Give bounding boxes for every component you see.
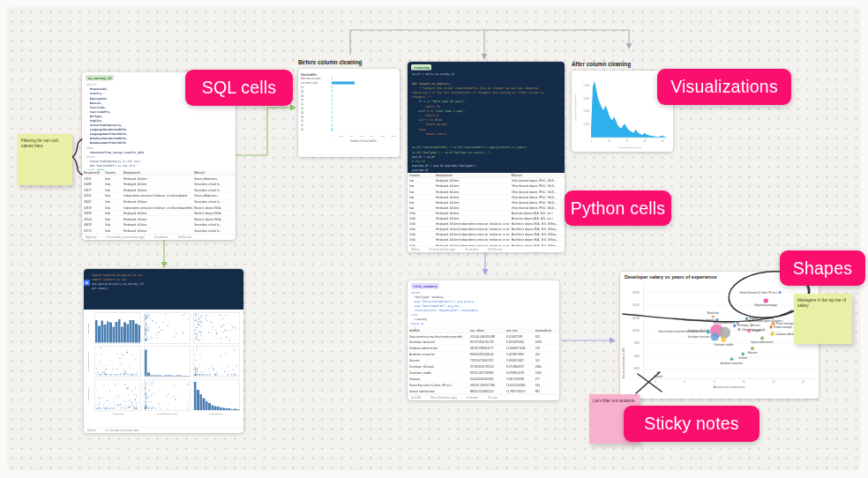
scatter-point: [120, 404, 121, 405]
table-cell: 87563.1847756982: [468, 371, 505, 375]
footer-item: 5.3 seconds (3 minutes ago): [100, 429, 138, 431]
table-row: Developer, back-end 89178.5805745728 8.2…: [408, 340, 559, 346]
table-cell: Developer, full-stack: [408, 365, 468, 369]
results-table[interactable]: CountryEmploymentEdLevel Iraq Employed, …: [408, 173, 565, 246]
scatter-point: [215, 336, 216, 337]
code-block[interactable]: select "DevTypeA" devRole, avg("Converte…: [408, 290, 559, 328]
cell-name-badge[interactable]: role_summary: [411, 283, 439, 289]
scatter-point: [174, 396, 175, 397]
sql-cell-role-summary-card[interactable]: role_summary select "DevTypeA" devRole, …: [408, 280, 559, 400]
cell-name-badge[interactable]: so_survey_22: [86, 75, 114, 81]
axis-tick: $120K: [632, 317, 640, 319]
scatter-point: [201, 372, 202, 373]
sticky-note-filtering[interactable]: Filtering for non null values here: [18, 134, 72, 185]
table-cell: Employed, full-time: [122, 217, 192, 220]
category-label: 36: [301, 116, 332, 118]
scatter-point: [107, 400, 108, 401]
callout-python-cells[interactable]: Python cells: [565, 190, 671, 226]
axis-header: YearsCodePro: [301, 73, 332, 76]
scatter-point: [146, 340, 147, 340]
scatter-point: [109, 402, 110, 403]
scatter-point: [149, 385, 150, 385]
area-series[interactable]: [591, 81, 666, 138]
scatter-point: [129, 400, 130, 400]
scatter-plot-area[interactable]: Senior Executive (C-Suite, VP, etc.)Engi…: [643, 285, 816, 379]
scatter-point: [197, 347, 198, 348]
axis-tick: 6: [684, 380, 685, 383]
scatter-point: [195, 330, 196, 331]
table-cell: Other doctoral degree (Ph.D., Ed.D...: [510, 184, 565, 188]
scatter-point: [97, 404, 98, 405]
table-cell: Employed, full-time: [122, 200, 192, 204]
gridline: [644, 318, 816, 319]
axis-tick: $140K: [632, 303, 640, 306]
scatter-point: [198, 369, 198, 370]
bar-chart-rows[interactable]: YearsCodeProMore than 50 yearsLess than …: [301, 72, 395, 131]
scatter-point: [221, 325, 221, 326]
scatter-point: [116, 368, 117, 369]
table-cell: 55204.8450087464: [468, 377, 505, 381]
python-cell-icon[interactable]: ≣: [84, 280, 90, 286]
scatter-point: [158, 407, 159, 407]
table-cell: Secondary school (e...: [192, 183, 236, 186]
scatter-point: [208, 332, 209, 332]
scatter-point: [110, 374, 111, 375]
scatter-point: [751, 347, 754, 350]
scatter-point: [221, 315, 221, 316]
callout-sticky-notes[interactable]: Sticky notes: [624, 406, 760, 442]
scatter-point: [151, 408, 152, 409]
table-cell: Iraq: [408, 201, 434, 205]
point-label: Cloud infrastructure engineer: [684, 318, 715, 321]
scatter-point: [128, 395, 129, 396]
scatter-point: [213, 370, 214, 370]
python-editor[interactable]: ≣ import matplotlib.pyplot as pltimport …: [84, 269, 243, 310]
table-cell: Italy: [103, 183, 122, 186]
cell-name-badge[interactable]: cleaning: [411, 64, 431, 71]
scatter-point: [130, 407, 131, 407]
axis-tick: 40: [661, 139, 663, 143]
python-cell-card[interactable]: cleaning so_df = cells.so_survey_22def c…: [408, 62, 565, 252]
chart-title: After column cleaning: [572, 61, 631, 67]
scatter-point: [220, 319, 221, 320]
scatter-point: [111, 361, 112, 362]
callout-shapes[interactable]: Shapes: [780, 250, 865, 286]
callout-visualizations[interactable]: Visualizations: [657, 69, 791, 105]
code-block[interactable]: import matplotlib.pyplot as pltimport se…: [84, 269, 243, 291]
axis-tick: 200: [340, 134, 343, 137]
scatter-point: [146, 319, 146, 320]
scatter-point: [100, 397, 101, 398]
footer-item: 27 ms (6 minutes ago): [423, 248, 455, 250]
scatter-point: [100, 408, 101, 409]
callout-text: Sticky notes: [644, 414, 739, 434]
sticky-note-managers[interactable]: Managers in the top tier of salary: [794, 294, 852, 344]
results-table[interactable]: devRoleavg_salaryavg_exprespondents Data…: [408, 327, 559, 394]
scatter-point: [198, 340, 199, 341]
pairplot-grid[interactable]: [94, 312, 240, 411]
pairplot-cell-card[interactable]: ≣ import matplotlib.pyplot as pltimport …: [84, 269, 243, 433]
table-cell: Italy: [103, 212, 122, 215]
table-cell: Employed, full-time: [434, 184, 509, 188]
callout-sql-cells[interactable]: SQL cells: [185, 70, 293, 106]
scatter-chart-card[interactable]: Developer salary vs years of experience …: [620, 272, 819, 399]
scatter-point: [146, 385, 146, 385]
scatter-point: [168, 404, 169, 405]
code-block[interactable]: so_df = cells.so_survey_22def convert_to…: [408, 71, 565, 173]
python-editor[interactable]: cleaning so_df = cells.so_survey_22def c…: [408, 62, 565, 173]
table-cell: Data scientist or machine learning speci…: [408, 334, 468, 338]
table-cell: 744: [534, 384, 559, 387]
scatter-point: [159, 327, 160, 328]
sql-editor[interactable]: role_summary select "DevTypeA" devRole, …: [408, 280, 559, 327]
bar-chart-card[interactable]: YearsCodeProMore than 50 yearsLess than …: [298, 69, 400, 157]
scatter-point: [222, 374, 223, 375]
scatter-point: [103, 372, 104, 373]
scatter-point: [102, 366, 103, 367]
cell-footer: Python27 ms (6 minutes ago)15 columns28,…: [408, 246, 565, 252]
scatter-point: [160, 408, 161, 409]
table-cell: 28087: [82, 200, 103, 204]
table-cell: 8.374637539: [505, 334, 534, 338]
scatter-point: [124, 370, 125, 371]
table-cell: Employed, full-time: [434, 190, 509, 193]
table-row: 40919 Italy Independent contractor, free…: [82, 205, 236, 211]
results-table[interactable]: ResponseIdCountryEmploymentEdLevel 23241…: [82, 170, 236, 235]
scatter-point: [733, 324, 736, 326]
